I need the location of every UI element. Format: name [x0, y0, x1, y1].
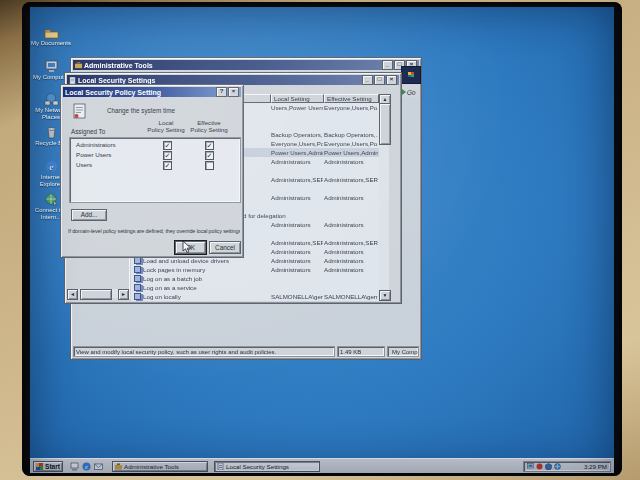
mouse-cursor	[182, 240, 192, 254]
security-settings-icon	[69, 77, 76, 84]
svg-text:e: e	[85, 463, 88, 470]
start-button[interactable]: Start	[33, 461, 63, 472]
icon-label: Internet Explorer	[40, 174, 62, 187]
outlook-express-quicklaunch-icon[interactable]	[94, 462, 103, 471]
minimize-button[interactable]: _	[362, 75, 373, 85]
scrollbar-thumb[interactable]	[80, 289, 112, 300]
status-bar: View and modify local security policy, s…	[73, 346, 419, 357]
admin-tools-icon	[115, 463, 122, 470]
add-button[interactable]: Add...	[71, 209, 107, 221]
security-settings-icon	[217, 463, 224, 470]
desktop: My Documents My Computer My Network Plac…	[30, 7, 614, 473]
help-button[interactable]: ?	[216, 87, 227, 97]
show-desktop-icon[interactable]	[70, 462, 79, 471]
window-title: Administrative Tools	[84, 62, 153, 69]
admin-tools-titlebar[interactable]: Administrative Tools _ □ ×	[73, 60, 419, 70]
cancel-button[interactable]: Cancel	[209, 241, 241, 254]
dialog-titlebar[interactable]: Local Security Policy Setting ? ×	[63, 87, 241, 97]
window-title: Local Security Settings	[78, 77, 155, 84]
svg-text:e: e	[49, 162, 53, 172]
domain-note: If domain-level policy settings are defi…	[68, 228, 240, 234]
table-row[interactable]: Lock pages in memoryAdministratorsAdmini…	[131, 265, 379, 274]
maximize-button[interactable]: □	[374, 75, 385, 85]
desktop-icon-my-documents[interactable]: My Documents	[30, 27, 72, 47]
checkbox-effective[interactable]	[205, 161, 214, 170]
horizontal-scrollbar[interactable]: ◄ ►	[67, 289, 129, 298]
checkbox-local[interactable]	[163, 151, 172, 160]
effective-policy-setting-header: EffectivePolicy Setting	[183, 119, 235, 133]
assigned-to-list[interactable]: Administrators Power Users Users	[69, 137, 241, 203]
taskbar-clock[interactable]: 3:29 PM	[584, 463, 607, 470]
policy-setting-dialog: Local Security Policy Setting ? × Change…	[60, 84, 244, 258]
recycle-bin-icon	[44, 126, 59, 139]
vertical-scrollbar[interactable]: ▲ ▼	[379, 94, 389, 301]
scrollbar-thumb[interactable]	[379, 103, 391, 145]
windows-throbber-icon	[401, 66, 421, 84]
dialog-title: Local Security Policy Setting	[65, 89, 161, 96]
antivirus-tray-icon[interactable]	[536, 463, 543, 470]
admin-tools-icon	[75, 62, 82, 69]
minimize-button[interactable]: _	[382, 60, 393, 70]
table-row[interactable]: Log on as a service	[131, 283, 379, 292]
go-button[interactable]: Go	[402, 87, 420, 97]
table-row[interactable]: Log on as a batch job	[131, 274, 379, 283]
folder-icon	[44, 27, 59, 39]
ie-icon: e	[44, 160, 59, 173]
network-tray-icon[interactable]	[554, 463, 561, 470]
task-button-administrative-tools[interactable]: Administrative Tools	[112, 461, 208, 472]
checkbox-effective[interactable]	[205, 141, 214, 150]
column-local-setting[interactable]: Local Setting	[271, 94, 324, 103]
table-row[interactable]: Log on locallySALMONELLA\germ...SALMONEL…	[131, 292, 379, 301]
column-effective-setting[interactable]: Effective Setting	[324, 94, 379, 103]
status-zone: My Computer	[387, 346, 419, 357]
status-size: 1.49 KB	[337, 346, 385, 357]
close-button[interactable]: ×	[228, 87, 239, 97]
network-icon	[44, 93, 59, 106]
policy-name: Change the system time	[107, 107, 175, 114]
task-button-local-security-settings[interactable]: Local Security Settings	[214, 461, 320, 472]
list-item[interactable]: Users	[70, 161, 240, 170]
policy-scroll-icon	[72, 103, 87, 120]
status-hint: View and modify local security policy, s…	[73, 346, 335, 357]
scheduler-tray-icon[interactable]	[545, 463, 552, 470]
checkbox-local[interactable]	[163, 141, 172, 150]
go-arrow-icon	[402, 89, 406, 95]
connect-internet-icon	[44, 193, 59, 206]
list-item[interactable]: Power Users	[70, 151, 240, 160]
system-tray: 3:29 PM	[523, 461, 611, 472]
scroll-down-icon[interactable]: ▼	[379, 290, 391, 301]
computer-icon	[44, 60, 59, 73]
windows-flag-icon	[36, 463, 43, 470]
scroll-left-icon[interactable]: ◄	[67, 289, 78, 300]
list-item[interactable]: Administrators	[70, 141, 240, 150]
close-button[interactable]: ×	[386, 75, 397, 85]
display-tray-icon[interactable]	[527, 463, 534, 470]
assigned-to-label: Assigned To	[71, 128, 105, 135]
checkbox-local[interactable]	[163, 161, 172, 170]
go-label: Go	[407, 89, 416, 96]
monitor-bezel: My Documents My Computer My Network Plac…	[0, 0, 640, 480]
checkbox-effective[interactable]	[205, 151, 214, 160]
taskbar: Start e Administrative Tools Local Secur…	[30, 458, 614, 473]
internet-explorer-quicklaunch-icon[interactable]: e	[82, 462, 91, 471]
scroll-right-icon[interactable]: ►	[118, 289, 129, 300]
icon-label: My Documents	[31, 40, 71, 46]
